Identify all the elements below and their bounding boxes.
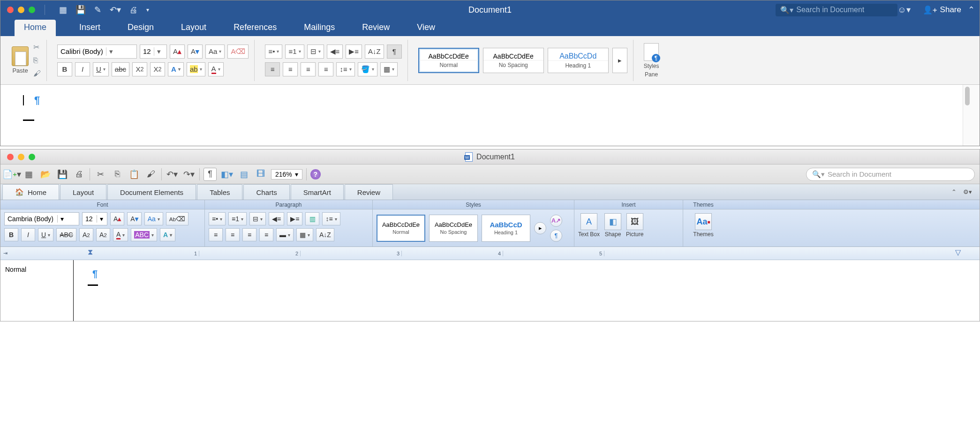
show-marks-icon[interactable]: ¶ bbox=[204, 168, 217, 181]
zoom-icon[interactable] bbox=[29, 7, 35, 13]
show-marks-button[interactable]: ¶ bbox=[387, 45, 402, 59]
subscript-button[interactable]: X2 bbox=[132, 62, 147, 76]
print-icon[interactable]: 🖨 bbox=[73, 168, 86, 181]
italic-button[interactable]: I bbox=[21, 228, 35, 241]
picture-button[interactable]: 🖼Picture bbox=[626, 213, 643, 238]
indent-marker-icon[interactable]: ⧗ bbox=[88, 248, 93, 256]
borders-button[interactable]: ▦▾ bbox=[296, 228, 313, 241]
style-normal[interactable]: AaBbCcDdEe Normal bbox=[377, 215, 425, 242]
style-no-spacing[interactable]: AaBbCcDdEe No Spacing bbox=[429, 215, 478, 242]
borders-button[interactable]: ▦▾ bbox=[380, 62, 398, 76]
tab-charts[interactable]: Charts bbox=[243, 184, 289, 200]
styles-pane-button[interactable]: Styles Pane bbox=[644, 43, 659, 78]
highlight-button[interactable]: ABC▾ bbox=[131, 228, 157, 241]
save-icon[interactable]: 💾 bbox=[56, 168, 69, 181]
search-input-2[interactable]: 🔍▾ Search in Document bbox=[806, 168, 975, 181]
scrollbar-thumb[interactable] bbox=[965, 87, 970, 105]
change-case-button[interactable]: Aa▾ bbox=[144, 212, 163, 225]
numbering-button[interactable]: ≡1▾ bbox=[285, 45, 304, 59]
multilevel-button[interactable]: ⊟▾ bbox=[307, 45, 324, 59]
minimize-icon[interactable] bbox=[18, 7, 24, 13]
text-box-button[interactable]: AText Box bbox=[578, 213, 600, 238]
change-case-button[interactable]: Aa▾ bbox=[205, 45, 225, 59]
font-name-combo[interactable]: Calibri (Body)▾ bbox=[57, 45, 137, 59]
gallery-icon[interactable]: ▤ bbox=[237, 168, 250, 181]
collapse-ribbon-icon[interactable]: ⌃ bbox=[968, 5, 975, 15]
qat-customize-icon[interactable]: ▾ bbox=[146, 7, 149, 13]
right-indent-marker-icon[interactable]: ▽ bbox=[955, 248, 961, 257]
line-spacing-button[interactable]: ↕≡▾ bbox=[336, 62, 354, 76]
copy-icon[interactable]: ⎘ bbox=[33, 56, 41, 65]
collapse-ribbon-icon[interactable]: ⌃ bbox=[951, 188, 957, 195]
tab-document-elements[interactable]: Document Elements bbox=[107, 184, 196, 200]
columns-button[interactable]: ▥ bbox=[305, 212, 319, 225]
tab-insert[interactable]: Insert bbox=[75, 20, 104, 36]
align-right-button[interactable]: ≡ bbox=[242, 228, 256, 241]
save-edit-icon[interactable]: ✎ bbox=[94, 5, 101, 15]
help-icon[interactable]: ? bbox=[310, 169, 321, 179]
shrink-font-button[interactable]: A▾ bbox=[127, 212, 141, 225]
styles-pane-button[interactable]: ¶ bbox=[550, 230, 562, 242]
undo-icon[interactable]: ↶▾ bbox=[166, 168, 179, 181]
justify-button[interactable]: ≡ bbox=[259, 228, 273, 241]
tab-home[interactable]: 🏠Home bbox=[2, 184, 59, 200]
open-icon[interactable]: 📂 bbox=[39, 168, 52, 181]
bold-button[interactable]: B bbox=[4, 228, 18, 241]
tab-selector-icon[interactable]: ⇥ bbox=[3, 250, 8, 256]
bullets-button[interactable]: ≡•▾ bbox=[209, 212, 226, 225]
shading-button[interactable]: 🪣▾ bbox=[358, 62, 377, 76]
underline-button[interactable]: U▾ bbox=[93, 62, 109, 76]
numbering-button[interactable]: ≡1▾ bbox=[228, 212, 247, 225]
grow-font-button[interactable]: A▴ bbox=[170, 45, 185, 59]
paste-button[interactable]: Paste bbox=[12, 46, 29, 74]
tab-mailings[interactable]: Mailings bbox=[300, 20, 339, 36]
gear-icon[interactable]: ⚙▾ bbox=[963, 188, 972, 195]
text-effects-button[interactable]: A▾ bbox=[168, 62, 184, 76]
tab-tables[interactable]: Tables bbox=[197, 184, 242, 200]
tab-design[interactable]: Design bbox=[124, 20, 158, 36]
underline-button[interactable]: U▾ bbox=[38, 228, 53, 241]
subscript-button[interactable]: A2 bbox=[96, 228, 110, 241]
tab-references[interactable]: References bbox=[230, 20, 280, 36]
decrease-indent-button[interactable]: ◀≡ bbox=[269, 212, 284, 225]
sidebar-icon[interactable]: ◧▾ bbox=[220, 168, 234, 181]
open-template-icon[interactable]: ▦ bbox=[22, 168, 35, 181]
italic-button[interactable]: I bbox=[75, 62, 90, 76]
font-size-combo-2[interactable]: 12▾ bbox=[82, 212, 107, 225]
cut-icon[interactable]: ✂ bbox=[33, 43, 41, 52]
align-right-button[interactable]: ≡ bbox=[301, 62, 316, 76]
document-area-2[interactable]: Normal ¶ bbox=[0, 260, 980, 321]
zoom-combo[interactable]: 216%▾ bbox=[271, 169, 302, 179]
decrease-indent-button[interactable]: ◀≡ bbox=[327, 45, 343, 59]
increase-indent-button[interactable]: ▶≡ bbox=[287, 212, 302, 225]
font-size-combo[interactable]: 12▾ bbox=[140, 45, 167, 59]
tab-review[interactable]: Review bbox=[358, 20, 393, 36]
copy-icon[interactable]: ⎘ bbox=[111, 168, 124, 181]
tab-layout[interactable]: Layout bbox=[60, 184, 106, 200]
line-spacing-button[interactable]: ↕≡▾ bbox=[322, 212, 340, 225]
strikethrough-button[interactable]: ABC bbox=[56, 228, 76, 241]
share-button[interactable]: 👤+ Share bbox=[923, 5, 961, 15]
style-heading-1[interactable]: AaBbCcD Heading 1 bbox=[482, 215, 530, 242]
multilevel-button[interactable]: ⊟▾ bbox=[249, 212, 266, 225]
search-input[interactable]: 🔍▾ Search in Document bbox=[776, 4, 897, 16]
paste-icon[interactable]: 📋 bbox=[128, 168, 141, 181]
document-area[interactable]: ¶ bbox=[0, 85, 980, 146]
redo-icon[interactable]: ↷▾ bbox=[182, 168, 196, 181]
increase-indent-button[interactable]: ▶≡ bbox=[346, 45, 362, 59]
strikethrough-button[interactable]: abc bbox=[112, 62, 129, 76]
text-effects-button[interactable]: A▾ bbox=[160, 228, 175, 241]
tab-layout[interactable]: Layout bbox=[177, 20, 210, 36]
shape-button[interactable]: ◧Shape bbox=[604, 213, 621, 238]
style-heading-1[interactable]: AaBbCcDd Heading 1 bbox=[548, 48, 609, 73]
format-painter-icon[interactable]: 🖌 bbox=[144, 168, 158, 181]
shrink-font-button[interactable]: A▾ bbox=[188, 45, 203, 59]
tab-view[interactable]: View bbox=[413, 20, 439, 36]
new-doc-icon[interactable]: 📄+▾ bbox=[5, 168, 18, 181]
justify-button[interactable]: ≡ bbox=[318, 62, 333, 76]
tab-smartart[interactable]: SmartArt bbox=[291, 184, 344, 200]
quick-styles-button[interactable]: A↗ bbox=[550, 215, 562, 227]
bold-button[interactable]: B bbox=[57, 62, 72, 76]
feedback-icon[interactable]: ☺▾ bbox=[897, 5, 910, 15]
zoom-icon[interactable] bbox=[29, 154, 35, 160]
